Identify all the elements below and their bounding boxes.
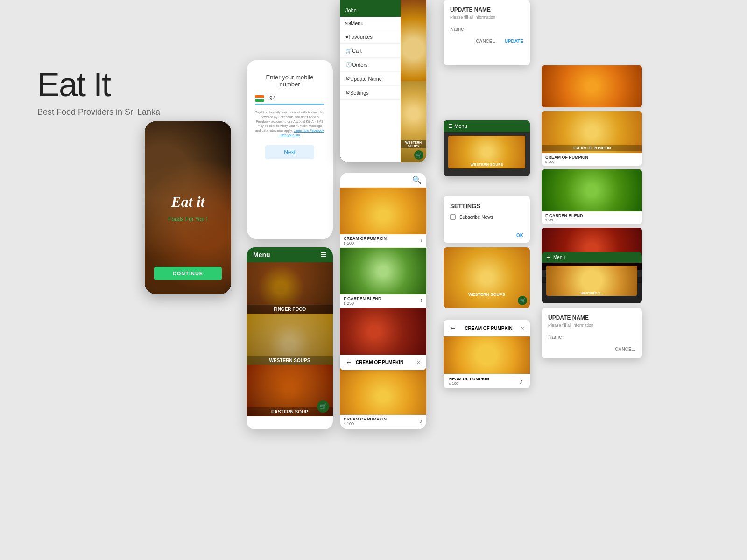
fr-menu-header: ☰ Menu <box>542 252 642 263</box>
right-food-garden[interactable]: F GARDEN BLEND s 250 <box>542 169 642 224</box>
pumpkin2-actions: ⤴ <box>420 419 423 424</box>
food-card-pumpkin[interactable]: CREAM OF PUMPKIN s 500 ⤴ <box>340 188 426 248</box>
update-button[interactable]: UPDATE <box>505 39 523 44</box>
right-food-pumpkin[interactable]: CREAM OF PUMPKIN CREAM OF PUMPKIN s 500 <box>542 111 642 166</box>
fr-menu-label: Menu <box>553 255 565 260</box>
learn-more-link[interactable]: Learn how Facebook uses your info <box>280 129 324 137</box>
garden-info: F GARDEN BLEND s 250 ⤴ <box>340 294 426 308</box>
drawer-update-name-item[interactable]: ⚙ Update Name <box>340 72 401 86</box>
drawer-orders-item[interactable]: 🕐 Orders <box>340 58 401 72</box>
phone-food-list: 🔍 CREAM OF PUMPKIN s 500 ⤴ F GARDEN BLEN… <box>340 173 426 429</box>
drawer-menu-item[interactable]: 🍽 Menu <box>340 17 401 30</box>
cancel-button[interactable]: CANCEL <box>476 39 495 44</box>
pumpkin-info: CREAM OF PUMPKIN s 500 ⤴ <box>340 234 426 247</box>
western-soups-cart-button[interactable]: 🛒 <box>518 296 527 305</box>
fr-name-input[interactable] <box>548 332 635 342</box>
drawer-panel: John 🍽 Menu ♥ Favourites 🛒 Cart 🕐 Orders… <box>340 0 401 162</box>
splash-background: Eat it Foods For You ! CONTINUE <box>145 121 231 294</box>
menu-western-soups[interactable]: WESTERN SOUPS <box>247 314 333 365</box>
right-pumpkin-name: CREAM OF PUMPKIN <box>542 153 642 160</box>
menu-icon: 🍽 <box>345 21 351 26</box>
drawer-favourites-label: Favourites <box>349 34 373 40</box>
garden-price: s 250 <box>344 301 381 306</box>
app-title: Eat It <box>37 65 160 104</box>
subscribe-checkbox[interactable] <box>450 214 456 220</box>
drawer-food-preview: WESTERN SOUPS 🛒 <box>401 0 426 162</box>
garden-name: F GARDEN BLEND <box>344 296 381 301</box>
menu-overlay-content: WESTERN SOUPS <box>444 132 530 172</box>
menu-overlay-icon: ☰ <box>448 123 453 129</box>
food-card-pumpkin2[interactable]: CREAM OF PUMPKIN s 100 ⤴ <box>340 368 426 428</box>
update-name-buttons: CANCEL UPDATE <box>450 39 523 44</box>
pumpkin-header-title: CREAM OF PUMPKIN <box>356 360 403 365</box>
garden-blend-image <box>340 248 426 294</box>
back-arrow-icon[interactable]: ← <box>345 358 352 366</box>
share-icon-garden[interactable]: ⤴ <box>420 299 423 303</box>
right-garden-img <box>542 169 642 211</box>
next-button[interactable]: Next <box>265 145 314 159</box>
flag-icon <box>255 95 264 102</box>
update-name-subtitle: Please fill all information <box>450 15 523 20</box>
garden-actions: ⤴ <box>420 299 423 303</box>
right-garden-name: F GARDEN BLEND <box>542 211 642 218</box>
settings-title: SETTINGS <box>450 203 523 210</box>
drawer-cart-item[interactable]: 🛒 Cart <box>340 44 401 58</box>
modal-close-icon[interactable]: ✕ <box>521 326 524 331</box>
fr-update-title: UPDATE NAME <box>548 315 635 321</box>
name-input[interactable] <box>450 24 523 34</box>
garden-details: F GARDEN BLEND s 250 <box>344 296 381 306</box>
modal-back-arrow[interactable]: ← <box>449 324 457 332</box>
drawer-western-label: WESTERN SOUPS <box>401 140 426 148</box>
back-header: ← CREAM OF PUMPKIN ✕ <box>340 355 426 370</box>
phone-splash: Eat it Foods For You ! CONTINUE <box>145 121 231 294</box>
drawer-settings-label: Settings <box>350 90 369 96</box>
share-icon-modal[interactable]: ⤴ <box>520 379 522 385</box>
fr-cancel-button[interactable]: CANCE... <box>615 347 635 352</box>
drawer-favourites-item[interactable]: ♥ Favourites <box>340 30 401 44</box>
pumpkin2-details: CREAM OF PUMPKIN s 100 <box>344 417 387 426</box>
food-preview-bottom <box>401 81 426 162</box>
right-garden-price: s 250 <box>542 218 642 224</box>
drawer-user: John <box>340 0 401 17</box>
update-icon: ⚙ <box>345 76 350 82</box>
right-pumpkin-img: CREAM OF PUMPKIN <box>542 111 642 153</box>
food-card-garden[interactable]: F GARDEN BLEND s 250 ⤴ <box>340 248 426 308</box>
cart-icon: 🛒 <box>345 48 352 54</box>
cart-button[interactable]: 🛒 <box>317 400 329 413</box>
pumpkin-detail-modal: ← CREAM OF PUMPKIN ✕ REAM OF PUMPKIN s 1… <box>444 320 530 388</box>
right-food-eastern[interactable]: EASTERN SO <box>542 65 642 107</box>
search-icon[interactable]: 🔍 <box>412 175 422 184</box>
settings-subscribe-row: Subscribe News <box>450 214 523 220</box>
right-pumpkin-price: s 500 <box>542 160 642 166</box>
menu-finger-food[interactable]: FINGER FOOD <box>247 262 333 314</box>
drawer-cart-fab[interactable]: 🛒 <box>414 150 423 160</box>
phone-login: Enter your mobile number +94 Tap Next to… <box>247 60 333 239</box>
pumpkin-modal-details: REAM OF PUMPKIN s 100 <box>449 377 489 385</box>
login-title: Enter your mobile number <box>255 74 324 88</box>
phone-drawer-overlay: John 🍽 Menu ♥ Favourites 🛒 Cart 🕐 Orders… <box>340 0 426 162</box>
settings-ok-button[interactable]: OK <box>516 233 523 238</box>
menu-eastern-soup[interactable]: EASTERN SOUP 🛒 <box>247 365 333 416</box>
share-icon[interactable]: ⤴ <box>420 238 423 243</box>
pumpkin-back-nav: ← CREAM OF PUMPKIN ✕ <box>340 355 426 370</box>
pumpkin-modal-actions: ⤴ <box>520 377 524 385</box>
fr-menu-food-label: WESTERN S... <box>546 292 637 295</box>
continue-button[interactable]: CONTINUE <box>154 267 222 280</box>
western-soups-preview[interactable]: WESTERN SOUPS 🛒 <box>444 247 530 308</box>
minestrone-image <box>340 308 426 355</box>
pumpkin-modal-name: REAM OF PUMPKIN <box>449 377 489 381</box>
phone-input-row[interactable]: +94 <box>255 95 324 105</box>
pumpkin-price: s 500 <box>344 241 387 245</box>
drawer-cart-label: Cart <box>352 48 362 54</box>
menu-header: Menu ☰ <box>247 247 333 262</box>
login-disclaimer: Tap Next to verify your account with Acc… <box>255 110 324 138</box>
close-icon[interactable]: ✕ <box>416 359 421 365</box>
fr-menu-dark: ☰ Menu WESTERN S... <box>542 252 642 303</box>
menu-overlay-food-img: WESTERN SOUPS <box>448 136 525 168</box>
app-intro-section: Eat It Best Food Providers in Sri Lanka <box>37 65 160 117</box>
drawer-settings-item[interactable]: ⚙ Settings <box>340 86 401 100</box>
food-preview-top <box>401 0 426 81</box>
share-icon-pumpkin2[interactable]: ⤴ <box>420 419 423 424</box>
finger-food-label: FINGER FOOD <box>247 305 333 314</box>
menu-overlay-phone: ☰ Menu WESTERN SOUPS <box>444 120 530 176</box>
